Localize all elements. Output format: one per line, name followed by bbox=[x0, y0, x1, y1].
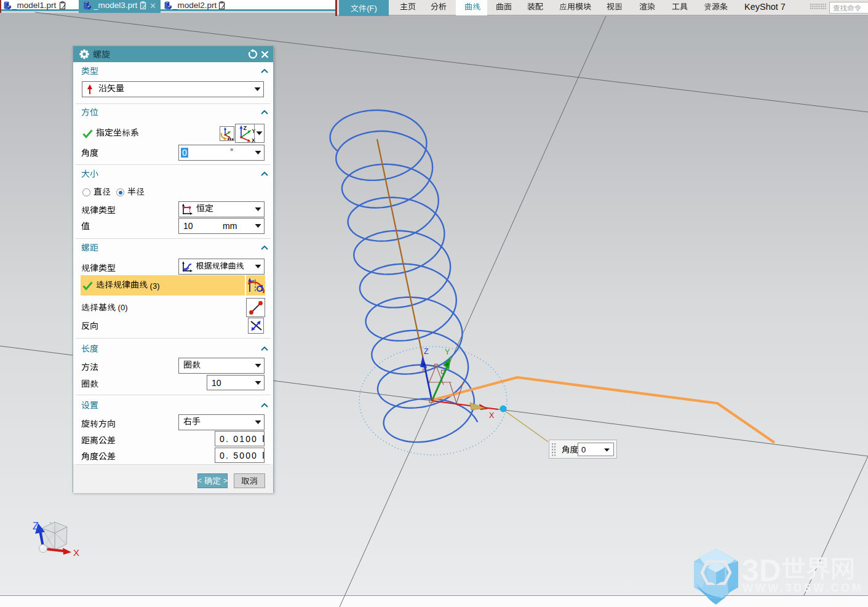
svg-text:X: X bbox=[489, 411, 495, 420]
svg-text:Z: Z bbox=[244, 125, 247, 131]
svg-text:WWW.3DSW.COM: WWW.3DSW.COM bbox=[743, 582, 863, 594]
svg-text:Z: Z bbox=[33, 521, 39, 531]
svg-text:Y: Y bbox=[445, 348, 450, 356]
svg-text:X: X bbox=[73, 547, 79, 558]
svg-text:Z: Z bbox=[424, 347, 429, 356]
